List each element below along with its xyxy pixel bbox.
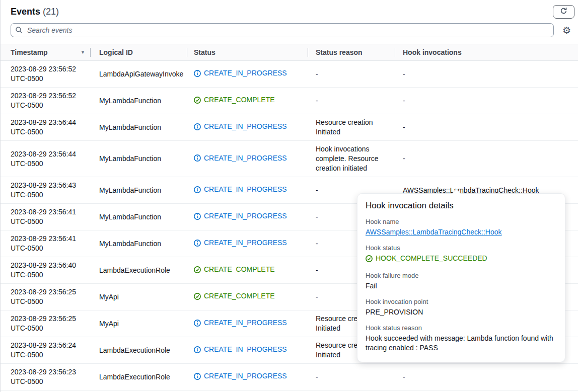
column-header-status-reason[interactable]: Status reason [308,44,395,60]
table-row[interactable]: 2023-08-29 23:56:23 UTC-0500LambdaExecut… [1,364,578,390]
timestamp-cell: 2023-08-29 23:56:40 UTC-0500 [1,261,90,280]
timestamp-cell: 2023-08-29 23:56:44 UTC-0500 [1,149,90,169]
gear-icon[interactable]: ⚙ [560,26,573,35]
timestamp-cell: 2023-08-29 23:56:44 UTC-0500 [1,118,90,137]
status-badge: CREATE_COMPLETE [194,95,275,105]
column-divider [308,48,308,57]
hook-invocations-cell: - [395,372,578,382]
status-badge: CREATE_IN_PROGRESS [194,122,287,131]
column-header-timestamp[interactable]: Timestamp ▼ [1,44,90,60]
status-cell: CREATE_COMPLETE [187,265,308,276]
status-badge: CREATE_IN_PROGRESS [194,345,287,354]
events-panel: Events (21) [0,0,578,392]
popover-field-value: HOOK_COMPLETE_SUCCEEDED [366,254,557,265]
timestamp-cell: 2023-08-29 23:56:25 UTC-0500 [1,314,90,333]
status-cell: CREATE_COMPLETE [187,291,308,302]
status-reason-cell: Resource creation Initiated [308,118,395,137]
popover-field: Hook statusHOOK_COMPLETE_SUCCEEDED [366,244,557,265]
column-header-logical-id[interactable]: Logical ID [90,44,187,60]
popover-title: Hook invocation details [366,201,557,211]
timestamp-cell: 2023-08-29 23:56:41 UTC-0500 [1,207,90,226]
status-label: CREATE_IN_PROGRESS [204,122,287,131]
column-header-hook-invocations[interactable]: Hook invocations [395,44,578,60]
status-in-progress-icon [194,123,201,130]
refresh-button[interactable] [553,5,574,19]
status-cell: CREATE_IN_PROGRESS [187,238,308,249]
table-row[interactable]: 2023-08-29 23:56:52 UTC-0500LambdaApiGat… [1,61,578,88]
logical-id-cell: MyLambdaFunction [90,212,187,222]
status-badge: CREATE_IN_PROGRESS [194,371,287,381]
hook-status-badge: HOOK_COMPLETE_SUCCEEDED [366,254,487,263]
column-label: Status reason [316,48,363,56]
refresh-icon [560,7,567,16]
popover-field: Hook nameAWSSamples::LambdaTracingCheck:… [366,218,557,237]
column-divider [395,48,395,57]
status-badge: CREATE_COMPLETE [194,265,275,274]
table-row[interactable]: 2023-08-29 23:56:44 UTC-0500MyLambdaFunc… [1,114,578,141]
hook-invocations-cell: - [395,96,578,106]
timestamp-cell: 2023-08-29 23:56:52 UTC-0500 [1,64,90,84]
logical-id-cell: LambdaApiGatewayInvoke [90,69,187,79]
events-count: (21) [43,7,59,17]
status-label: CREATE_IN_PROGRESS [204,211,287,221]
popover-field: Hook status reasonHook succeeded with me… [366,324,557,353]
logical-id-cell: MyApi [90,292,187,302]
status-label: CREATE_IN_PROGRESS [204,345,287,354]
status-badge: CREATE_IN_PROGRESS [194,185,287,194]
column-label: Status [194,48,215,56]
sort-descending-icon[interactable]: ▼ [81,50,85,55]
panel-header: Events (21) [1,0,578,44]
hook-status-label: HOOK_COMPLETE_SUCCEEDED [376,254,487,263]
status-success-icon [194,293,201,300]
status-reason-cell: - [308,69,395,79]
events-title: Events [11,7,40,17]
status-badge: CREATE_IN_PROGRESS [194,153,287,163]
status-badge: CREATE_IN_PROGRESS [194,211,287,221]
status-cell: CREATE_IN_PROGRESS [187,211,308,222]
column-divider [90,48,91,57]
status-in-progress-icon [194,186,201,193]
hook-invocations-cell: - [395,154,578,164]
status-cell: CREATE_IN_PROGRESS [187,153,308,165]
status-reason-cell: - [308,96,395,106]
status-badge: CREATE_COMPLETE [194,291,275,301]
status-reason-cell: - [308,372,395,382]
status-success-icon [194,97,201,104]
popover-field: Hook invocation pointPRE_PROVISION [366,298,557,317]
popover-field-label: Hook name [366,218,557,225]
timestamp-cell: 2023-08-29 23:56:41 UTC-0500 [1,234,90,253]
logical-id-cell: LambdaExecutionRole [90,266,187,275]
popover-field-label: Hook status reason [366,324,557,332]
column-label: Logical ID [99,48,133,56]
status-label: CREATE_IN_PROGRESS [204,185,287,194]
status-success-icon [194,266,201,273]
table-header: Timestamp ▼ Logical ID Status Status rea… [1,44,578,61]
page-title: Events (21) [11,7,59,17]
column-label: Hook invocations [403,48,462,56]
status-label: CREATE_IN_PROGRESS [204,68,287,78]
logical-id-cell: MyLambdaFunction [90,186,187,195]
search-input[interactable] [11,23,554,37]
popover-field-value: AWSSamples::LambdaTracingCheck::Hook [366,227,557,237]
timestamp-cell: 2023-08-29 23:56:43 UTC-0500 [1,181,90,200]
status-label: CREATE_COMPLETE [204,265,275,274]
popover-fields: Hook nameAWSSamples::LambdaTracingCheck:… [366,218,557,353]
logical-id-cell: LambdaExecutionRole [90,346,187,355]
status-in-progress-icon [194,213,201,220]
status-in-progress-icon [194,346,201,353]
hook-name-link[interactable]: AWSSamples::LambdaTracingCheck::Hook [366,228,502,236]
popover-field: Hook failure modeFail [366,272,557,291]
hook-invocations-cell: - [395,123,578,132]
status-label: CREATE_IN_PROGRESS [204,371,287,381]
table-row[interactable]: 2023-08-29 23:56:52 UTC-0500MyLambdaFunc… [1,88,578,114]
status-cell: CREATE_IN_PROGRESS [187,371,308,382]
table-row[interactable]: 2023-08-29 23:56:44 UTC-0500MyLambdaFunc… [1,141,578,177]
popover-field-value: Hook succeeded with message: Lambda func… [366,334,557,353]
logical-id-cell: MyApi [90,319,187,329]
status-label: CREATE_COMPLETE [204,95,275,105]
column-header-status[interactable]: Status [187,44,308,60]
status-badge: CREATE_IN_PROGRESS [194,68,287,78]
popover-field-label: Hook status [366,244,557,252]
status-badge: CREATE_IN_PROGRESS [194,318,287,328]
popover-field-value: PRE_PROVISION [366,307,557,317]
